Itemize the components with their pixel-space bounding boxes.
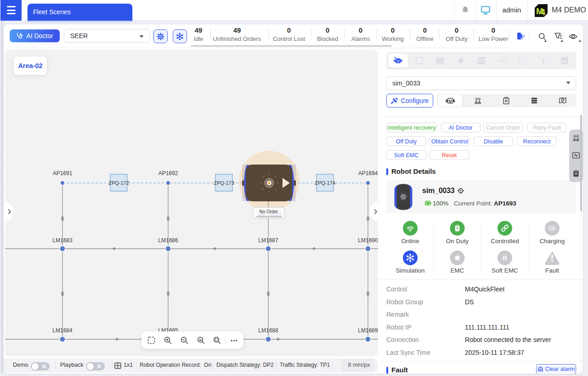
svg-text:ZPQ-172: ZPQ-172 [108, 180, 129, 186]
svg-text:AP1694: AP1694 [358, 170, 378, 177]
svg-text:LM1684: LM1684 [52, 327, 73, 334]
svg-text:No Order: No Order [259, 209, 278, 214]
svg-text:ZPQ-174: ZPQ-174 [315, 180, 335, 186]
svg-text:LM1683: LM1683 [52, 237, 73, 244]
svg-text:LM1687: LM1687 [258, 237, 278, 244]
svg-text:T: T [541, 57, 545, 65]
svg-text:4: 4 [541, 8, 545, 17]
svg-text:LM1686: LM1686 [158, 237, 178, 244]
svg-text:LM1690: LM1690 [358, 237, 378, 244]
svg-text:AP1691: AP1691 [53, 170, 73, 177]
svg-text:LM1689: LM1689 [358, 327, 378, 334]
svg-text:ZPQ-173: ZPQ-173 [214, 180, 234, 186]
svg-text:LM1688: LM1688 [258, 327, 278, 334]
svg-text:AP1692: AP1692 [158, 170, 178, 177]
